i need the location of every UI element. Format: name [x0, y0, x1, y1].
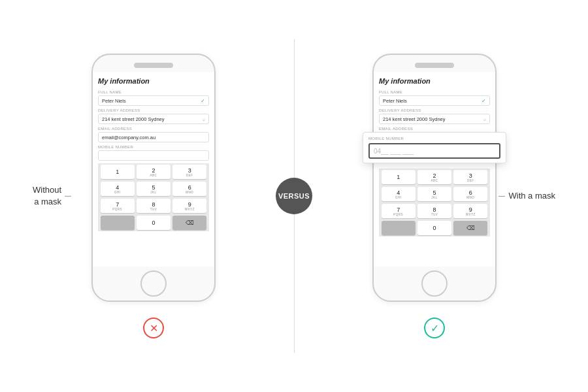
correct-icon: ✓ [431, 322, 439, 335]
kbd-key-5-right[interactable]: 5JKL [417, 187, 451, 201]
kbd-key-0-left[interactable]: 0 [137, 216, 171, 230]
mask-input-field[interactable]: 04__ ___ ___ [374, 143, 495, 159]
left-mobile-input[interactable] [98, 150, 209, 161]
kbd-row-2-right: 4GHI 5JKL 6MNO [379, 186, 490, 203]
right-keyboard: 1 2ABC 3DEF 4GHI 5JKL 6MNO 7PQRS 8TUV [379, 169, 490, 237]
kbd-key-6-left[interactable]: 6MNO [172, 182, 206, 196]
kbd-key-9-left[interactable]: 9WXYZ [172, 199, 206, 213]
left-delivery-input[interactable]: 214 kent street 2000 Sydney ⌕ [98, 114, 209, 124]
left-fullname-label: FULL NAME [98, 90, 209, 94]
kbd-row-2-left: 4GHI 5JKL 6MNO [98, 180, 209, 197]
right-phone: My information FULL NAME Peter Niels ✓ D… [372, 54, 497, 302]
mask-mobile-label: MOBILE NUMBER [374, 137, 495, 140]
phone-home-button-left[interactable] [140, 270, 167, 297]
left-email-input[interactable]: email@company.com.au [98, 132, 209, 142]
right-delivery-label: DELIVERY ADDRESS [379, 108, 490, 112]
left-form-title: My information [98, 77, 209, 85]
left-phone: My information FULL NAME Peter Niels ✓ D… [91, 54, 216, 302]
kbd-key-3-right[interactable]: 3DEF [453, 170, 487, 184]
mask-placeholder: 04__ ___ ___ [374, 148, 414, 155]
right-phone-wrapper: My information FULL NAME Peter Niels ✓ D… [372, 54, 497, 338]
wrong-icon-circle: ✕ [143, 318, 164, 338]
right-form-title: My information [379, 77, 490, 85]
kbd-row-3-left: 7PQRS 8TUV 9WXYZ [98, 197, 209, 214]
right-phone-screen: My information FULL NAME Peter Niels ✓ D… [374, 72, 495, 267]
kbd-row-1-left: 1 2ABC 3DEF [98, 163, 209, 180]
kbd-key-3-left[interactable]: 3DEF [172, 165, 206, 179]
kbd-row-4-left: 0 ⌫ [98, 214, 209, 231]
without-mask-label: Without a mask [33, 184, 61, 208]
with-mask-label: With a mask [508, 190, 555, 202]
left-bottom-icon: ✕ [143, 318, 164, 338]
kbd-row-3-right: 7PQRS 8TUV 9WXYZ [379, 203, 490, 220]
kbd-key-2-left[interactable]: 2ABC [137, 165, 171, 179]
left-phone-screen: My information FULL NAME Peter Niels ✓ D… [93, 72, 214, 267]
checkmark-icon-right: ✓ [482, 98, 486, 104]
kbd-key-7-right[interactable]: 7PQRS [382, 204, 416, 218]
kbd-key-0-right[interactable]: 0 [417, 221, 451, 235]
versus-badge: VERSUS [276, 178, 312, 214]
left-panel: Without a mask My information FULL NAME … [13, 0, 294, 392]
correct-icon-circle: ✓ [424, 318, 445, 338]
kbd-key-2-right[interactable]: 2ABC [417, 170, 451, 184]
kbd-key-9-right[interactable]: 9WXYZ [453, 204, 487, 218]
kbd-key-4-right[interactable]: 4GHI [382, 187, 416, 201]
right-email-label: EMAIL ADDRESS [379, 127, 490, 131]
kbd-key-1-right[interactable]: 1 [382, 170, 416, 184]
left-mobile-label: MOBILE NUMBER [98, 145, 209, 149]
kbd-row-1-right: 1 2ABC 3DEF [379, 169, 490, 186]
kbd-key-7-left[interactable]: 7PQRS [101, 199, 135, 213]
kbd-row-4-right: 0 ⌫ [379, 220, 490, 237]
right-bottom-icon: ✓ [424, 318, 445, 338]
kbd-key-8-right[interactable]: 8TUV [417, 204, 451, 218]
kbd-key-8-left[interactable]: 8TUV [137, 199, 171, 213]
right-fullname-label: FULL NAME [379, 90, 490, 94]
versus-label: VERSUS [278, 192, 310, 200]
phone-speaker-right [415, 63, 454, 68]
kbd-key-empty-left [101, 216, 135, 230]
kbd-key-5-left[interactable]: 5JKL [137, 182, 171, 196]
phone-home-button-right[interactable] [421, 270, 448, 297]
kbd-key-backspace-left[interactable]: ⌫ [172, 216, 206, 230]
kbd-key-empty-right [382, 221, 416, 235]
search-icon-left: ⌕ [203, 117, 205, 122]
left-delivery-label: DELIVERY ADDRESS [98, 108, 209, 112]
mask-popup: MOBILE NUMBER 04__ ___ ___ [374, 132, 495, 163]
kbd-key-backspace-right[interactable]: ⌫ [453, 221, 487, 235]
kbd-key-1-left[interactable]: 1 [101, 165, 135, 179]
wrong-icon: ✕ [150, 322, 158, 335]
left-email-label: EMAIL ADDRESS [98, 127, 209, 131]
right-delivery-input[interactable]: 214 kent street 2000 Sydney ⌕ [379, 114, 490, 124]
kbd-key-4-left[interactable]: 4GHI [101, 182, 135, 196]
right-fullname-input[interactable]: Peter Niels ✓ [379, 95, 490, 106]
search-icon-right: ⌕ [483, 117, 486, 122]
main-container: VERSUS Without a mask My information FUL… [0, 0, 588, 392]
checkmark-icon-left: ✓ [201, 98, 205, 104]
left-keyboard: 1 2ABC 3DEF 4GHI 5JKL 6MNO 7PQRS 8TUV 9W… [98, 163, 209, 231]
kbd-key-6-right[interactable]: 6MNO [453, 187, 487, 201]
left-fullname-input[interactable]: Peter Niels ✓ [98, 95, 209, 106]
phone-speaker-left [134, 63, 173, 68]
right-panel: With a mask My information FULL NAME Pet… [294, 0, 575, 392]
